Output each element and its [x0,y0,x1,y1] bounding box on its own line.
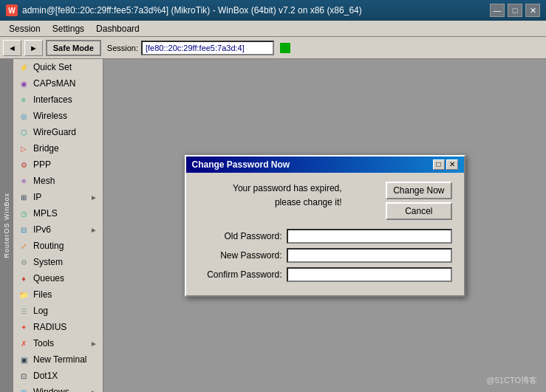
session-input[interactable] [141,41,274,55]
sidebar-item-log[interactable]: ☰ Log [13,303,103,319]
minimize-button[interactable]: — [490,4,505,17]
mpls-icon: ◷ [18,208,29,219]
connection-status-indicator [280,43,290,53]
sidebar-label-queues: Queues [33,273,64,283]
dialog-message-line1: Your password has expired, [233,182,342,196]
sidebar-label-dot1x: Dot1X [33,371,58,381]
dialog-close-button[interactable]: ✕ [446,159,458,170]
dialog-title: Change Password Now [192,159,290,170]
sidebar-item-quickset[interactable]: ⚡ Quick Set [13,59,103,75]
sidebar-label-ppp: PPP [33,159,51,170]
tools-arrow: ► [90,340,98,348]
ipv6-icon: ⊟ [18,224,29,235]
sidebar-item-bridge[interactable]: ▷ Bridge [13,140,103,157]
ppp-icon: ⚙ [18,159,29,170]
wireguard-icon: ⬡ [18,127,29,137]
title-bar: W admin@[fe80::20c:29ff:fee5:7a3d%4] (Mi… [0,0,546,21]
sidebar-item-mpls[interactable]: ◷ MPLS [13,205,103,221]
routing-icon: ⤢ [18,241,29,251]
radius-icon: ✦ [18,322,29,332]
cancel-button[interactable]: Cancel [386,202,451,220]
sidebar-item-routing[interactable]: ⤢ Routing [13,238,103,254]
sidebar-item-radius[interactable]: ✦ RADIUS [13,319,103,335]
sidebar-label-windows: Windows [33,387,69,392]
sidebar-item-windows[interactable]: ⊞ Windows ► [13,384,103,392]
sidebar-item-ppp[interactable]: ⚙ PPP [13,157,103,173]
sidebar-label-capsman: CAPsMAN [33,78,75,89]
dialog-body: Your password has expired, please change… [186,173,464,295]
confirm-password-input[interactable] [287,267,452,282]
sidebar-item-dot1x[interactable]: ⊡ Dot1X [13,368,103,384]
forward-button[interactable]: ► [24,40,43,56]
quickset-icon: ⚡ [18,62,29,72]
dialog-top-section: Your password has expired, please change… [198,182,452,220]
new-password-row: New Password: [198,248,452,263]
sidebar-label-routing: Routing [33,241,64,251]
sidebar-item-tools[interactable]: ✗ Tools ► [13,335,103,351]
change-now-button[interactable]: Change Now [386,182,451,199]
ip-arrow: ► [90,193,98,202]
sidebar-item-ipv6[interactable]: ⊟ IPv6 ► [13,221,103,238]
dialog-message-line2: please change it! [233,196,342,210]
capsman-icon: ◉ [18,78,29,89]
sidebar: RouterOS WinBox ⚡ Quick Set ◉ CAPsMAN ≡ … [0,59,103,392]
sidebar-item-capsman[interactable]: ◉ CAPsMAN [13,75,103,92]
menu-dashboard[interactable]: Dashboard [90,22,146,35]
content-area: Change Password Now □ ✕ Your password ha… [103,59,546,392]
dialog-buttons-column: Change Now Cancel [386,182,451,220]
menu-session[interactable]: Session [3,22,47,35]
dialog-controls: □ ✕ [433,159,458,170]
sidebar-label-terminal: New Terminal [33,354,86,365]
sidebar-item-system[interactable]: ⚙ System [13,254,103,270]
sidebar-item-terminal[interactable]: ▣ New Terminal [13,351,103,368]
sidebar-label-bridge: Bridge [33,143,59,154]
dot1x-icon: ⊡ [18,371,29,381]
wireless-icon: ◎ [18,111,29,121]
modal-overlay: Change Password Now □ ✕ Your password ha… [103,59,546,392]
terminal-icon: ▣ [18,354,29,365]
ip-icon: ⊞ [18,192,29,202]
dialog-minimize-button[interactable]: □ [433,159,445,170]
sidebar-item-mesh[interactable]: ✳ Mesh [13,173,103,189]
sidebar-item-files[interactable]: 📁 Files [13,286,103,303]
sidebar-items: ⚡ Quick Set ◉ CAPsMAN ≡ Interfaces ◎ Wir… [13,59,103,392]
sidebar-item-interfaces[interactable]: ≡ Interfaces [13,92,103,108]
window-title: admin@[fe80::20c:29ff:fee5:7a3d%4] (Mikr… [22,5,362,16]
confirm-password-label: Confirm Password: [198,269,287,280]
menu-settings[interactable]: Settings [47,22,90,35]
old-password-input[interactable] [287,229,452,244]
old-password-label: Old Password: [198,231,287,241]
old-password-row: Old Password: [198,229,452,244]
dialog-message: Your password has expired, please change… [233,182,342,220]
sidebar-item-wireless[interactable]: ◎ Wireless [13,108,103,124]
sidebar-label-mesh: Mesh [33,176,55,186]
sidebar-label-radius: RADIUS [33,322,66,332]
tools-icon: ✗ [18,338,29,348]
queues-icon: ♦ [18,273,29,283]
toolbar: ◄ ► Safe Mode Session: [0,37,546,59]
maximize-button[interactable]: □ [508,4,522,17]
close-window-button[interactable]: ✕ [525,4,540,17]
mesh-icon: ✳ [18,176,29,186]
change-password-dialog: Change Password Now □ ✕ Your password ha… [185,155,465,297]
interfaces-icon: ≡ [18,94,29,105]
new-password-input[interactable] [287,248,452,263]
sidebar-label-wireless: Wireless [33,111,67,121]
dialog-titlebar: Change Password Now □ ✕ [186,157,464,173]
main-layout: RouterOS WinBox ⚡ Quick Set ◉ CAPsMAN ≡ … [0,59,546,392]
sidebar-item-queues[interactable]: ♦ Queues [13,270,103,286]
ipv6-arrow: ► [90,226,98,234]
sidebar-item-ip[interactable]: ⊞ IP ► [13,189,103,205]
windows-arrow: ► [90,388,98,393]
sidebar-label-wireguard: WireGuard [33,127,76,137]
title-bar-left: W admin@[fe80::20c:29ff:fee5:7a3d%4] (Mi… [6,4,362,16]
safe-mode-button[interactable]: Safe Mode [46,40,101,56]
files-icon: 📁 [18,289,29,300]
sidebar-label-tools: Tools [33,338,54,348]
sidebar-item-wireguard[interactable]: ⬡ WireGuard [13,124,103,140]
sidebar-label-system: System [33,257,63,267]
back-button[interactable]: ◄ [3,40,21,56]
sidebar-label-ip: IP [33,192,41,202]
sidebar-label-files: Files [33,289,52,300]
session-label: Session: [107,44,138,52]
